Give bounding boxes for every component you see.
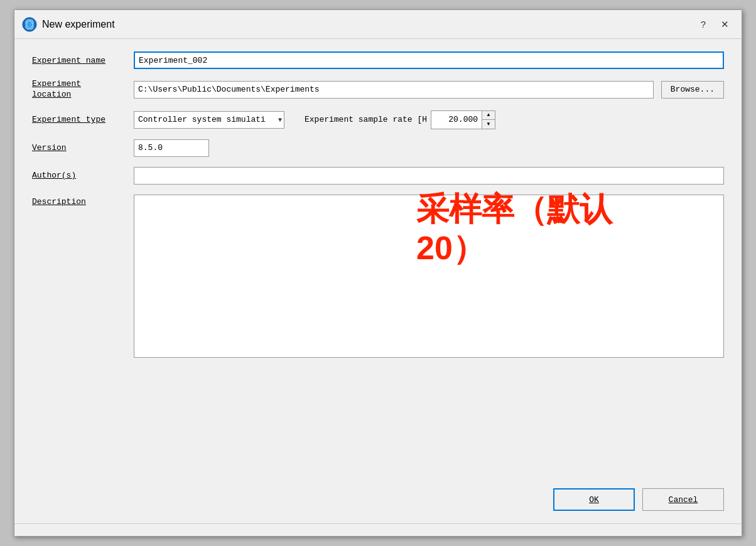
description-textarea[interactable] xyxy=(134,195,724,358)
experiment-type-select-wrapper: Controller system simulati ▼ xyxy=(134,111,284,129)
authors-row: Author(s) xyxy=(32,167,724,185)
spinner-up-button[interactable]: ▲ xyxy=(482,111,495,120)
sample-rate-label: Experiment sample rate [H xyxy=(305,115,427,124)
title-bar: New experiment ? ✕ xyxy=(14,10,742,39)
description-row: Description xyxy=(32,195,724,358)
experiment-name-label: Experiment name xyxy=(32,56,126,65)
experiment-name-input[interactable] xyxy=(134,51,724,69)
dialog-footer: OK Cancel xyxy=(14,478,742,523)
status-bar xyxy=(14,523,742,536)
authors-input[interactable] xyxy=(134,167,724,185)
spinner-buttons: ▲ ▼ xyxy=(482,111,495,129)
new-experiment-dialog: New experiment ? ✕ Experiment name Exper… xyxy=(14,9,742,537)
experiment-type-label: Experiment type xyxy=(32,115,126,124)
experiment-name-row: Experiment name xyxy=(32,51,724,69)
description-label: Description xyxy=(32,197,126,206)
sample-rate-input[interactable] xyxy=(431,111,482,129)
dialog-title: New experiment xyxy=(42,19,115,30)
cancel-label: Cancel xyxy=(669,495,698,505)
close-button[interactable]: ✕ xyxy=(716,18,734,31)
sample-rate-spinner: ▲ ▼ xyxy=(431,110,495,129)
experiment-location-label: Experimentlocation xyxy=(32,79,126,100)
authors-label: Author(s) xyxy=(32,171,126,180)
cancel-button[interactable]: Cancel xyxy=(642,488,724,511)
help-button[interactable]: ? xyxy=(696,18,711,31)
version-label: Version xyxy=(32,143,126,153)
spinner-down-button[interactable]: ▼ xyxy=(482,120,495,129)
title-bar-controls: ? ✕ xyxy=(696,18,734,31)
dialog-body: Experiment name Experimentlocation Brows… xyxy=(14,39,742,478)
ok-button[interactable]: OK xyxy=(553,488,635,511)
ok-label: OK xyxy=(589,495,599,505)
experiment-location-row: Experimentlocation Browse... xyxy=(32,79,724,100)
sample-rate-group: Experiment sample rate [H ▲ ▼ xyxy=(305,110,724,129)
experiment-location-input[interactable] xyxy=(134,81,654,99)
experiment-type-row: Experiment type Controller system simula… xyxy=(32,110,724,129)
title-bar-left: New experiment xyxy=(22,17,115,32)
experiment-type-select[interactable]: Controller system simulati xyxy=(134,111,284,129)
browse-button[interactable]: Browse... xyxy=(661,81,724,99)
version-input[interactable] xyxy=(134,139,209,157)
dialog-icon xyxy=(22,17,37,32)
version-row: Version xyxy=(32,139,724,157)
